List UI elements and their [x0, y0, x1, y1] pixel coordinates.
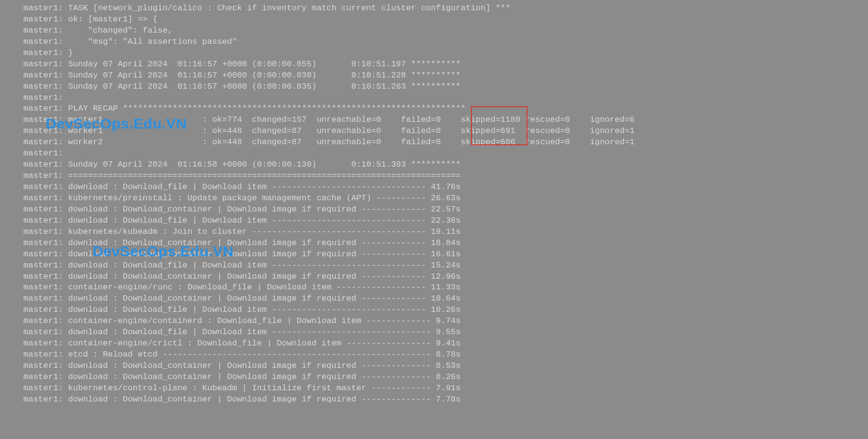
terminal-line: master1: ok: [master1] => { [23, 14, 868, 25]
terminal-line: master1: PLAY RECAP ********************… [23, 103, 868, 115]
terminal-line: master1: download : Download_file | Down… [23, 327, 868, 338]
terminal-line: master1: Sunday 07 April 2024 01:16:57 +… [23, 59, 868, 70]
terminal-line: master1: download : Download_file | Down… [23, 215, 868, 227]
terminal-line: master1: worker2 : ok=448 changed=87 unr… [23, 137, 868, 148]
terminal-line: master1: download : Download_container |… [23, 372, 868, 383]
terminal-line: master1: download : Download_container |… [23, 394, 868, 405]
terminal-line: master1: download : Download_file | Down… [23, 305, 868, 316]
terminal-line: master1: download : Download_container |… [23, 271, 868, 283]
terminal-line: master1: "changed": false, [23, 25, 868, 37]
terminal-line: master1: [23, 148, 868, 159]
terminal-line: master1: Sunday 07 April 2024 01:16:57 +… [23, 81, 868, 93]
terminal-line: master1: kubernetes/preinstall : Update … [23, 193, 868, 204]
terminal-line: master1: Sunday 07 April 2024 01:16:58 +… [23, 159, 868, 171]
terminal-line: master1: container-engine/runc : Downloa… [23, 282, 868, 293]
terminal-line: master1: download : Download_container |… [23, 249, 868, 260]
terminal-line: master1: container-engine/crictl : Downl… [23, 338, 868, 349]
terminal-line: master1: etcd : Reload etcd ------------… [23, 349, 868, 361]
terminal-line: master1: master1 : ok=774 changed=157 un… [23, 115, 868, 126]
terminal-line: master1: container-engine/containerd : D… [23, 316, 868, 327]
terminal-line: master1: download : Download_container |… [23, 293, 868, 305]
terminal-line: master1: TASK [network_plugin/calico : C… [23, 3, 868, 14]
terminal-line: master1: download : Download_container |… [23, 361, 868, 372]
terminal-line: master1: } [23, 48, 868, 59]
terminal-line: master1: kubernetes/kubeadm : Join to cl… [23, 227, 868, 238]
terminal-line: master1: kubernetes/control-plane : Kube… [23, 383, 868, 394]
terminal-line: master1: worker1 : ok=448 changed=87 unr… [23, 126, 868, 137]
terminal-line: master1: "msg": "All assertions passed" [23, 37, 868, 48]
terminal-line: master1: ===============================… [23, 171, 868, 182]
terminal-line: master1: download : Download_file | Down… [23, 182, 868, 193]
terminal-line: master1: [23, 93, 868, 104]
terminal-line: master1: Sunday 07 April 2024 01:16:57 +… [23, 70, 868, 81]
terminal-output: master1: TASK [network_plugin/calico : C… [0, 0, 868, 439]
terminal-line: master1: download : Download_file | Down… [23, 260, 868, 271]
terminal-line: master1: download : Download_container |… [23, 238, 868, 249]
terminal-line: master1: download : Download_container |… [23, 204, 868, 215]
